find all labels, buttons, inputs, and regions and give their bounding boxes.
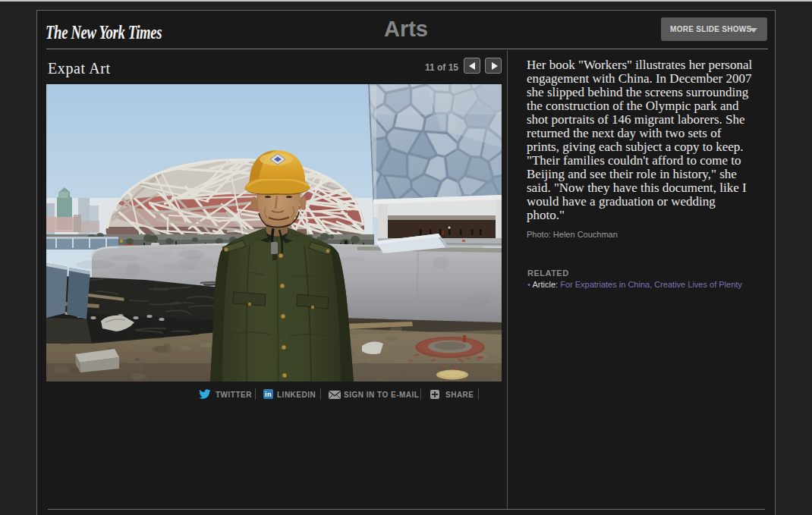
svg-text:in: in — [265, 391, 272, 398]
